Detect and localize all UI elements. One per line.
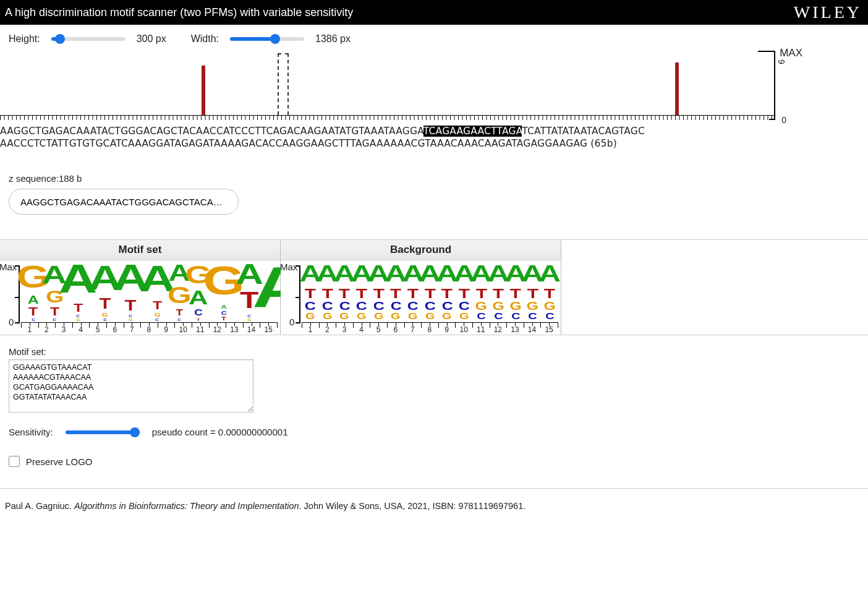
- y-mid-tick: [15, 297, 19, 298]
- motif-set-label: Motif set:: [9, 346, 859, 357]
- z-sequence-label: z sequence:188 b: [9, 173, 859, 184]
- logo-letter-C: C: [545, 313, 554, 322]
- logo-column: GACT: [208, 265, 239, 322]
- size-controls: Height: 300 px Width: 1386 px: [0, 25, 868, 49]
- logo-letter-G: G: [408, 313, 417, 322]
- scan-cursor[interactable]: [278, 53, 289, 115]
- logo-letter-G: G: [459, 313, 469, 322]
- logo-column: ATGC: [541, 265, 558, 322]
- width-slider[interactable]: [230, 37, 304, 41]
- logo-letter-G: G: [374, 313, 383, 322]
- x-tick: 9: [158, 323, 175, 335]
- x-tick: 12: [490, 323, 507, 335]
- x-tick: 2: [38, 323, 56, 335]
- logo-letter-C: C: [494, 313, 503, 322]
- logo-letter-T: T: [176, 310, 183, 319]
- logo-panels: Motif set Max 0 GATCAGTCATCGATGCATCGATGC…: [0, 239, 868, 335]
- width-label: Width:: [191, 33, 219, 45]
- motif-panel: Motif set Max 0 GATCAGTCATCGATGCATCGATGC…: [0, 240, 281, 335]
- x-tick: 2: [319, 323, 336, 335]
- preserve-logo-label: Preserve LOGO: [26, 456, 93, 467]
- seq-post: TCATTATATAATACAGTAGC: [522, 126, 645, 137]
- footer-book: Algorithms in Bioinformatics: Theory and…: [74, 501, 299, 511]
- seq-highlight: TCAGAAGAACTTAGA: [423, 126, 522, 137]
- x-tick: 14: [524, 323, 541, 335]
- y-zero-label: 0: [289, 317, 294, 327]
- logo-letter-G: G: [305, 313, 315, 322]
- sensitivity-slider[interactable]: [66, 430, 140, 434]
- logo-letter-G: G: [323, 313, 332, 322]
- x-ruler: [0, 115, 774, 124]
- footer-citation: Paul A. Gagniuc. Algorithms in Bioinform…: [0, 489, 868, 529]
- x-tick: 15: [540, 323, 558, 335]
- y-axis-max-label: MAX: [780, 47, 802, 59]
- x-tick: 6: [106, 323, 124, 335]
- x-tick: 8: [140, 323, 158, 335]
- x-tick: 12: [209, 323, 226, 335]
- background-panel: Background Max 0 ATCGATCGATCGATCGATCGATC…: [281, 240, 561, 335]
- logo-letter-T: T: [50, 307, 59, 319]
- logo-letter-C: C: [528, 313, 537, 322]
- footer-rest: . John Wiley & Sons, USA, 2021, ISBN: 97…: [299, 501, 526, 511]
- logo-letter-G: G: [357, 313, 366, 322]
- score-bar: [202, 66, 205, 115]
- x-tick: 15: [260, 323, 278, 335]
- x-tick: 8: [421, 323, 438, 335]
- height-label: Height:: [9, 33, 40, 45]
- logo-letter-T: T: [125, 301, 137, 315]
- y-zero-label: 0: [9, 317, 14, 327]
- x-tick: 4: [353, 323, 370, 335]
- height-slider[interactable]: [51, 37, 126, 41]
- motif-set-textarea[interactable]: [9, 359, 253, 413]
- height-readout: 300 px: [137, 33, 180, 45]
- x-tick: 3: [55, 323, 72, 335]
- x-tick: 7: [124, 323, 141, 335]
- sensitivity-row: Sensitivity: pseudo count = 0.0000000000…: [0, 418, 868, 446]
- logo-letter-T: T: [221, 317, 226, 322]
- titlebar: A high discrimination motif scanner (two…: [0, 0, 868, 25]
- x-tick: 4: [72, 323, 90, 335]
- x-tick: 5: [370, 323, 387, 335]
- y-max-label: Max: [0, 262, 17, 272]
- logo-letter-T: T: [28, 307, 38, 319]
- y-mid-tick: [296, 297, 299, 298]
- preserve-logo-row: Preserve LOGO: [0, 446, 868, 484]
- x-tick: 10: [455, 323, 472, 335]
- logo-letter-C: C: [477, 313, 485, 322]
- width-readout: 1386 px: [315, 33, 359, 45]
- footer-author: Paul A. Gagniuc.: [5, 501, 74, 511]
- logo-letter-T: T: [99, 299, 111, 313]
- x-tick: 13: [506, 323, 524, 335]
- x-tick: 9: [438, 323, 456, 335]
- x-tick: 1: [302, 323, 319, 335]
- logo-letter-C: C: [194, 310, 202, 319]
- x-tick: 11: [192, 323, 209, 335]
- sensitivity-readout: pseudo count = 0.000000000001: [152, 427, 288, 437]
- logo-letter-G: G: [425, 313, 435, 322]
- y-axis-line: [774, 51, 775, 120]
- sensitivity-label: Sensitivity:: [9, 427, 53, 437]
- logo-letter-G: G: [442, 313, 451, 322]
- x-tick: 7: [404, 323, 422, 335]
- x-tick: 1: [21, 323, 38, 335]
- sequence-line-2: AACCCTCTATTGTGTGCATCAAAGGATAGAGATAAAAGAC…: [0, 137, 868, 150]
- logo-letter-G: G: [168, 287, 192, 310]
- x-tick: 14: [243, 323, 260, 335]
- motif-input-block: Motif set:: [0, 335, 868, 418]
- background-logo: Max 0 ATCGATCGATCGATCGATCGATCGATCGATCGAT…: [281, 260, 561, 335]
- app-title: A high discrimination motif scanner (two…: [5, 6, 353, 19]
- z-sequence-input[interactable]: [9, 189, 239, 215]
- sequence-display: AAGGCTGAGACAAATACTGGGACAGCTACAACCATCCCTT…: [0, 124, 868, 158]
- y-axis-zero-label: 0: [781, 115, 786, 125]
- score-bar: [675, 62, 679, 115]
- logo-letter-T: T: [74, 304, 83, 315]
- z-sequence-block: z sequence:188 b: [0, 158, 868, 221]
- logo-letter-A: A: [538, 265, 561, 288]
- logo-letter-C: C: [511, 313, 520, 322]
- x-tick: 10: [174, 323, 192, 335]
- preserve-logo-checkbox[interactable]: [9, 456, 20, 467]
- motif-logo: Max 0 GATCAGTCATCGATGCATCGATGCAGTCGACTGA…: [0, 260, 280, 335]
- y-max-label: Max: [280, 262, 297, 272]
- scanner-chart: MAX 9 0: [0, 49, 868, 124]
- y-axis-nine-label: 9: [777, 59, 786, 64]
